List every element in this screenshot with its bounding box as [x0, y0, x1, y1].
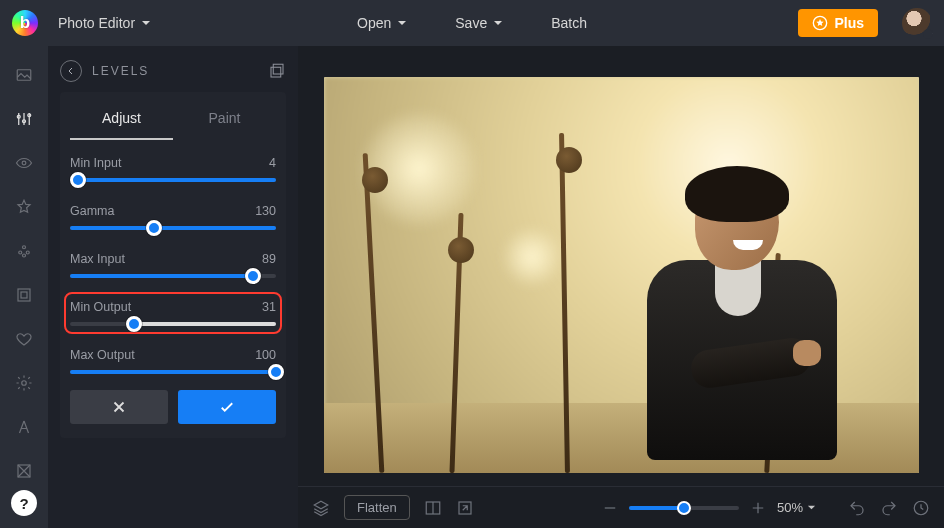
- min-input-slider[interactable]: [70, 178, 276, 182]
- expand-icon[interactable]: [456, 499, 474, 517]
- max-input-label: Max Input: [70, 252, 125, 266]
- user-avatar[interactable]: [902, 8, 932, 38]
- save-menu[interactable]: Save: [447, 9, 511, 37]
- gamma-slider[interactable]: [70, 226, 276, 230]
- logo-letter: b: [20, 13, 30, 33]
- svg-rect-14: [273, 64, 283, 74]
- history-button[interactable]: [912, 499, 930, 517]
- chevron-down-icon: [924, 30, 934, 40]
- panel-back-button[interactable]: [60, 60, 82, 82]
- rail-star-icon[interactable]: [13, 196, 35, 218]
- zoom-out-button[interactable]: [601, 499, 619, 517]
- check-icon: [218, 398, 236, 416]
- svg-rect-11: [21, 292, 27, 298]
- rail-cluster-icon[interactable]: [13, 240, 35, 262]
- max-output-slider[interactable]: [70, 370, 276, 374]
- zoom-controls: 50%: [601, 499, 816, 517]
- open-label: Open: [357, 15, 391, 31]
- tab-adjust-label: Adjust: [102, 110, 141, 126]
- chevron-down-icon: [397, 18, 407, 28]
- min-output-value: 31: [262, 300, 276, 314]
- gamma-label: Gamma: [70, 204, 114, 218]
- min-input-value: 4: [269, 156, 276, 170]
- rail-pattern-icon[interactable]: [13, 460, 35, 482]
- chevron-down-icon: [807, 503, 816, 512]
- max-output-label: Max Output: [70, 348, 135, 362]
- slider-row-max-input: Max Input 89: [70, 250, 276, 280]
- svg-point-5: [22, 161, 26, 165]
- top-bar: b Photo Editor Open Save Batch Plus: [0, 0, 944, 46]
- chevron-down-icon: [493, 18, 503, 28]
- tab-paint-label: Paint: [209, 110, 241, 126]
- max-output-value: 100: [255, 348, 276, 362]
- flatten-button[interactable]: Flatten: [344, 495, 410, 520]
- plus-button[interactable]: Plus: [798, 9, 878, 37]
- canvas-wrap: [298, 46, 944, 486]
- redo-button[interactable]: [880, 499, 898, 517]
- rail-image-icon[interactable]: [13, 64, 35, 86]
- slider-row-gamma: Gamma 130: [70, 202, 276, 232]
- canvas-area: Flatten 50%: [298, 46, 944, 528]
- rail-sliders-icon[interactable]: [13, 108, 35, 130]
- rail-text-icon[interactable]: [13, 416, 35, 438]
- close-icon: [110, 398, 128, 416]
- app-name-dropdown[interactable]: Photo Editor: [50, 9, 159, 37]
- panel-actions: [70, 390, 276, 424]
- min-input-label: Min Input: [70, 156, 121, 170]
- max-input-slider[interactable]: [70, 274, 276, 278]
- side-panel: LEVELS Adjust Paint Min Input 4: [48, 46, 298, 528]
- bottom-toolbar: Flatten 50%: [298, 486, 944, 528]
- main-area: ? LEVELS Adjust Paint Min Input 4: [0, 46, 944, 528]
- duplicate-icon[interactable]: [268, 62, 286, 80]
- apply-button[interactable]: [178, 390, 276, 424]
- batch-label: Batch: [551, 15, 587, 31]
- min-output-label: Min Output: [70, 300, 131, 314]
- svg-point-9: [23, 254, 26, 257]
- rail-heart-icon[interactable]: [13, 328, 35, 350]
- flatten-label: Flatten: [357, 500, 397, 515]
- zoom-slider[interactable]: [629, 506, 739, 510]
- rail-frame-icon[interactable]: [13, 284, 35, 306]
- save-label: Save: [455, 15, 487, 31]
- max-input-value: 89: [262, 252, 276, 266]
- layers-icon[interactable]: [312, 499, 330, 517]
- plus-label: Plus: [834, 15, 864, 31]
- chevron-down-icon: [141, 18, 151, 28]
- help-button[interactable]: ?: [11, 490, 37, 516]
- rail-gear-icon[interactable]: [13, 372, 35, 394]
- canvas-image[interactable]: [324, 77, 919, 473]
- undo-button[interactable]: [848, 499, 866, 517]
- svg-point-6: [23, 246, 26, 249]
- svg-rect-10: [18, 289, 30, 301]
- tool-rail: ?: [0, 46, 48, 528]
- svg-point-7: [19, 251, 22, 254]
- rail-eye-icon[interactable]: [13, 152, 35, 174]
- svg-point-8: [26, 251, 29, 254]
- top-center-menu: Open Save Batch: [349, 9, 595, 37]
- panel-header: LEVELS: [60, 60, 286, 82]
- tab-paint[interactable]: Paint: [173, 104, 276, 140]
- tab-adjust[interactable]: Adjust: [70, 104, 173, 140]
- star-circle-icon: [812, 15, 828, 31]
- min-output-slider[interactable]: [70, 322, 276, 326]
- panel-tabs: Adjust Paint: [70, 104, 276, 140]
- svg-rect-15: [271, 67, 281, 77]
- zoom-percent-label: 50%: [777, 500, 803, 515]
- app-name-label: Photo Editor: [58, 15, 135, 31]
- slider-row-max-output: Max Output 100: [70, 346, 276, 376]
- svg-point-12: [22, 381, 27, 386]
- batch-button[interactable]: Batch: [543, 9, 595, 37]
- compare-icon[interactable]: [424, 499, 442, 517]
- app-logo: b: [12, 10, 38, 36]
- slider-row-min-input: Min Input 4: [70, 154, 276, 184]
- zoom-percent-dropdown[interactable]: 50%: [777, 500, 816, 515]
- zoom-in-button[interactable]: [749, 499, 767, 517]
- open-menu[interactable]: Open: [349, 9, 415, 37]
- cancel-button[interactable]: [70, 390, 168, 424]
- panel-box: Adjust Paint Min Input 4 Gamma 130: [60, 92, 286, 438]
- gamma-value: 130: [255, 204, 276, 218]
- slider-row-min-output: Min Output 31: [70, 298, 276, 328]
- panel-title: LEVELS: [92, 64, 149, 78]
